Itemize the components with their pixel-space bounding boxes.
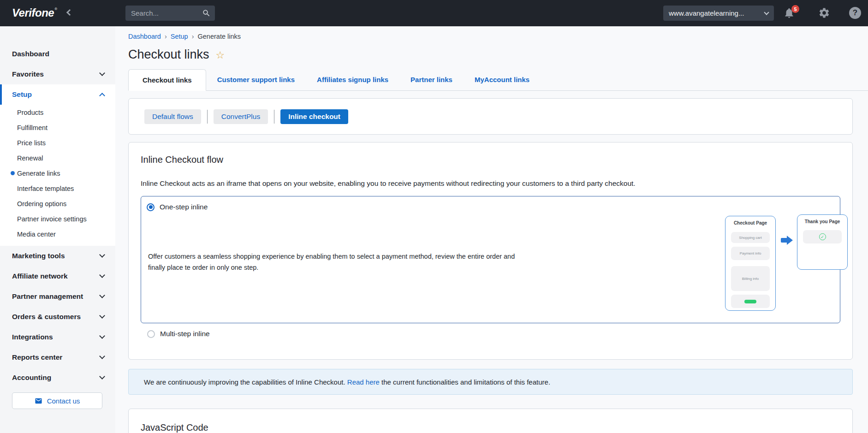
account-selector-dropdown[interactable]: www.avangatelearning... — [663, 6, 774, 21]
account-selector-value: www.avangatelearning... — [669, 9, 744, 17]
thank-you-page-mockup: Thank you Page ✓ — [797, 214, 848, 270]
sidebar-item-partner-management[interactable]: Partner management — [0, 286, 115, 307]
divider — [274, 110, 274, 124]
chevron-down-icon — [99, 313, 105, 319]
flow-switcher-panel: Default flows ConvertPlus Inline checkou… — [128, 98, 853, 135]
chevron-down-icon — [764, 10, 769, 15]
sidebar: Dashboard Favorites Setup Products Fulfi… — [0, 26, 115, 433]
contact-us-button[interactable]: Contact us — [12, 392, 102, 409]
breadcrumb: Dashboard › Setup › Generate links — [128, 32, 853, 41]
buy-button-pill — [744, 300, 756, 303]
notification-badge: 5 — [791, 5, 799, 13]
chevron-left-icon — [66, 9, 73, 16]
main-content: Dashboard › Setup › Generate links Check… — [115, 26, 868, 433]
sidebar-item-partner-invoice-settings[interactable]: Partner invoice settings — [0, 211, 115, 226]
multi-step-inline-label: Multi-step inline — [160, 330, 210, 338]
one-step-inline-description: Offer customers a seamless shopping expe… — [148, 251, 515, 273]
inline-checkout-flow-card: Inline Checkout flow Inline Checkout act… — [128, 142, 853, 360]
tab-affiliates-signup-links[interactable]: Affiliates signup links — [317, 69, 388, 90]
chevron-down-icon — [99, 292, 105, 298]
question-mark-icon: ? — [853, 8, 857, 18]
tab-checkout-links[interactable]: Checkout links — [128, 69, 206, 91]
tab-bar: Checkout links Customer support links Af… — [128, 69, 868, 91]
chevron-down-icon — [99, 252, 105, 258]
sidebar-item-setup[interactable]: Setup — [0, 84, 115, 105]
settings-button[interactable] — [818, 7, 831, 20]
collapse-sidebar-button[interactable] — [65, 9, 72, 16]
sidebar-item-products[interactable]: Products — [0, 105, 115, 120]
convertplus-button[interactable]: ConvertPlus — [214, 109, 268, 124]
registered-mark: ® — [54, 7, 57, 11]
sidebar-item-accounting[interactable]: Accounting — [0, 368, 115, 388]
sidebar-item-ordering-options[interactable]: Ordering options — [0, 196, 115, 211]
envelope-icon — [35, 397, 42, 405]
sidebar-item-renewal[interactable]: Renewal — [0, 150, 115, 166]
mockup-step-shopping-cart: Shopping cart — [731, 232, 770, 243]
chevron-down-icon — [99, 70, 105, 76]
page-title: Checkout links☆ — [128, 46, 853, 63]
sidebar-item-media-center[interactable]: Media center — [0, 226, 115, 242]
inline-checkout-intro: Inline Checkout acts as an iframe that o… — [141, 178, 840, 189]
sidebar-item-dashboard[interactable]: Dashboard — [0, 44, 115, 64]
global-search — [125, 6, 215, 21]
breadcrumb-dashboard[interactable]: Dashboard — [128, 33, 161, 40]
verifone-logo: Verifone® — [12, 6, 57, 19]
info-banner: We are continuously improving the capabi… — [128, 369, 853, 395]
section-heading: JavaScript Code — [141, 421, 840, 433]
sidebar-item-marketing-tools[interactable]: Marketing tools — [0, 246, 115, 266]
read-here-link[interactable]: Read here — [347, 378, 380, 386]
breadcrumb-setup[interactable]: Setup — [171, 33, 188, 40]
mockup-step-payment-info: Payment info — [731, 247, 770, 260]
mockup-step-billing-info: Billing info — [731, 266, 770, 291]
arrow-right-icon — [781, 236, 793, 245]
favorite-star-icon[interactable]: ☆ — [216, 49, 225, 61]
topbar: Verifone® www.avangatelearning... 5 ? — [0, 0, 868, 26]
sidebar-item-fulfillment[interactable]: Fulfillment — [0, 120, 115, 135]
javascript-code-card: JavaScript Code — [128, 409, 853, 433]
one-step-inline-option[interactable]: One-step inline Offer customers a seamle… — [141, 196, 840, 323]
multi-step-inline-option[interactable]: Multi-step inline — [147, 330, 840, 338]
inline-checkout-illustration: Checkout Page Shopping cart Payment info… — [725, 214, 848, 311]
sidebar-item-favorites[interactable]: Favorites — [0, 64, 115, 84]
search-input[interactable] — [125, 6, 215, 21]
chevron-down-icon — [99, 272, 105, 278]
chevron-down-icon — [99, 353, 105, 359]
checkout-page-mockup: Checkout Page Shopping cart Payment info… — [725, 216, 776, 311]
help-button[interactable]: ? — [849, 7, 861, 19]
tab-partner-links[interactable]: Partner links — [410, 69, 452, 90]
divider — [207, 110, 208, 124]
setup-group: Setup Products Fulfillment Price lists R… — [0, 84, 115, 246]
tab-myaccount-links[interactable]: MyAccount links — [475, 69, 529, 90]
one-step-inline-radio[interactable] — [147, 203, 155, 211]
notifications-button[interactable]: 5 — [783, 7, 796, 20]
sidebar-item-orders-customers[interactable]: Orders & customers — [0, 307, 115, 327]
chevron-down-icon — [99, 374, 105, 380]
check-icon: ✓ — [819, 233, 826, 240]
breadcrumb-current: Generate links — [198, 33, 241, 40]
chevron-up-icon — [99, 93, 105, 99]
default-flows-button[interactable]: Default flows — [144, 109, 201, 124]
breadcrumb-separator: › — [192, 33, 194, 40]
gear-icon — [818, 7, 830, 19]
section-heading: Inline Checkout flow — [141, 154, 840, 166]
sidebar-item-reports-center[interactable]: Reports center — [0, 347, 115, 368]
inline-checkout-button[interactable]: Inline checkout — [280, 109, 348, 124]
mockup-buy-button-row — [731, 295, 770, 308]
one-step-inline-label: One-step inline — [160, 203, 208, 211]
sidebar-item-interface-templates[interactable]: Interface templates — [0, 181, 115, 196]
search-icon[interactable] — [202, 9, 211, 18]
breadcrumb-separator: › — [165, 33, 167, 40]
sidebar-item-generate-links[interactable]: Generate links — [0, 166, 115, 181]
chevron-down-icon — [99, 333, 105, 339]
sidebar-item-affiliate-network[interactable]: Affiliate network — [0, 266, 115, 286]
mockup-success-row: ✓ — [803, 230, 842, 243]
sidebar-item-integrations[interactable]: Integrations — [0, 327, 115, 347]
sidebar-item-price-lists[interactable]: Price lists — [0, 135, 115, 150]
tab-customer-support-links[interactable]: Customer support links — [217, 69, 295, 90]
multi-step-inline-radio[interactable] — [147, 330, 155, 338]
